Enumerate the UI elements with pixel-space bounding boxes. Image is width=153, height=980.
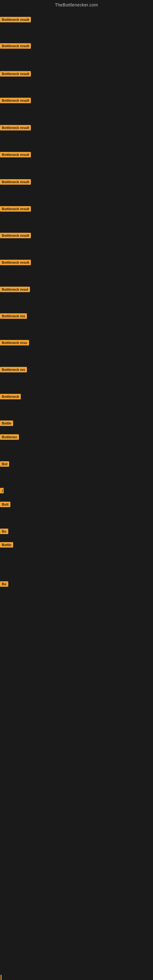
bottleneck-badge[interactable]: Bottleneck result [0, 17, 31, 22]
vertical-line-indicator [1, 975, 2, 980]
bottleneck-badge[interactable]: Bottlenec [0, 434, 19, 440]
bottleneck-badge[interactable]: Bottleneck resul [0, 286, 30, 292]
bottleneck-result-row: Bottleneck res [0, 367, 27, 372]
bottleneck-badge[interactable]: Bottleneck result [0, 125, 31, 130]
bottleneck-result-row: Bottleneck result [0, 260, 31, 265]
bottleneck-result-row: Bottleneck result [0, 179, 31, 185]
bottleneck-result-row: Bo [0, 581, 8, 587]
bottleneck-badge[interactable]: Bo [0, 581, 8, 587]
bottleneck-result-row: Bo [0, 528, 8, 534]
bottleneck-result-row: Bot [0, 461, 9, 467]
bottleneck-result-row: | [0, 488, 4, 493]
bottleneck-result-row: Bottleneck [0, 394, 21, 399]
bottleneck-result-row: Bott [0, 502, 10, 507]
bottleneck-badge[interactable]: Bott [0, 502, 10, 507]
bottleneck-result-row: Bottleneck result [0, 152, 31, 158]
bottleneck-badge[interactable]: Bottleneck res [0, 367, 27, 372]
bottleneck-result-row: Bottleneck resu [0, 340, 29, 345]
bottleneck-badge[interactable]: Bottleneck result [0, 43, 31, 49]
bottleneck-result-row: Bottleneck resul [0, 286, 30, 292]
bottleneck-badge[interactable]: Bottleneck result [0, 71, 31, 76]
site-title: TheBottlenecker.com [0, 0, 153, 9]
bottleneck-badge[interactable]: Bottleneck result [0, 179, 31, 185]
bottleneck-badge[interactable]: | [0, 488, 4, 493]
bottleneck-result-row: Bottleneck result [0, 17, 31, 22]
bottleneck-badge[interactable]: Bot [0, 461, 9, 467]
bottleneck-badge[interactable]: Bottleneck res [0, 313, 27, 319]
bottleneck-result-row: Bottleneck res [0, 313, 27, 319]
bottleneck-result-row: Bottleneck result [0, 233, 31, 238]
bottleneck-badge[interactable]: Bottleneck [0, 394, 21, 399]
bottleneck-badge[interactable]: Bottleneck result [0, 233, 31, 238]
bottleneck-result-row: Bottleneck result [0, 43, 31, 49]
bottleneck-badge[interactable]: Bottleneck result [0, 152, 31, 158]
bottleneck-result-row: Bottleneck result [0, 125, 31, 130]
bottleneck-result-row: Bottleneck result [0, 71, 31, 76]
bottleneck-result-row: Bottleneck result [0, 206, 31, 212]
bottleneck-result-row: Bottle [0, 542, 13, 547]
bottleneck-result-row: Bottle [0, 420, 13, 426]
bottleneck-badge[interactable]: Bo [0, 528, 8, 534]
bottleneck-badge[interactable]: Bottle [0, 420, 13, 426]
bottleneck-badge[interactable]: Bottleneck resu [0, 340, 29, 345]
bottleneck-badge[interactable]: Bottle [0, 542, 13, 547]
bottleneck-badge[interactable]: Bottleneck result [0, 260, 31, 265]
bottleneck-badge[interactable]: Bottleneck result [0, 206, 31, 212]
bottleneck-badge[interactable]: Bottleneck result [0, 98, 31, 103]
bottleneck-result-row: Bottleneck result [0, 98, 31, 103]
bottleneck-result-row: Bottlenec [0, 434, 19, 440]
